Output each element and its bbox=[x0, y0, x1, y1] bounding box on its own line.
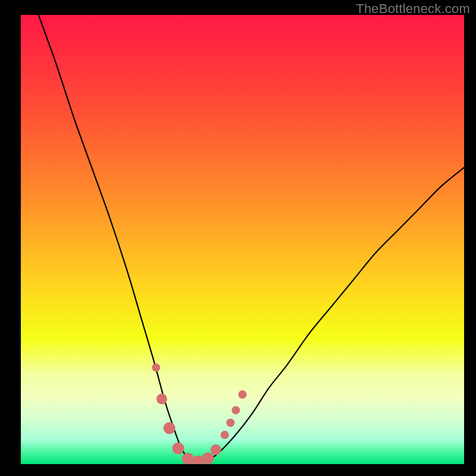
chart-frame: TheBottleneck.com bbox=[0, 0, 476, 476]
highlight-point bbox=[231, 406, 240, 414]
highlight-point bbox=[226, 419, 234, 427]
watermark-label: TheBottleneck.com bbox=[356, 1, 470, 17]
highlight-point bbox=[221, 431, 229, 439]
highlight-point bbox=[164, 422, 176, 434]
chart-svg bbox=[21, 15, 464, 464]
highlight-point bbox=[152, 364, 160, 372]
plot-area bbox=[21, 15, 464, 464]
highlight-point bbox=[156, 394, 167, 405]
highlight-point bbox=[239, 390, 247, 399]
highlight-point bbox=[211, 444, 221, 455]
highlight-point bbox=[182, 453, 194, 464]
highlight-point bbox=[202, 452, 214, 464]
highlight-point bbox=[172, 443, 184, 455]
